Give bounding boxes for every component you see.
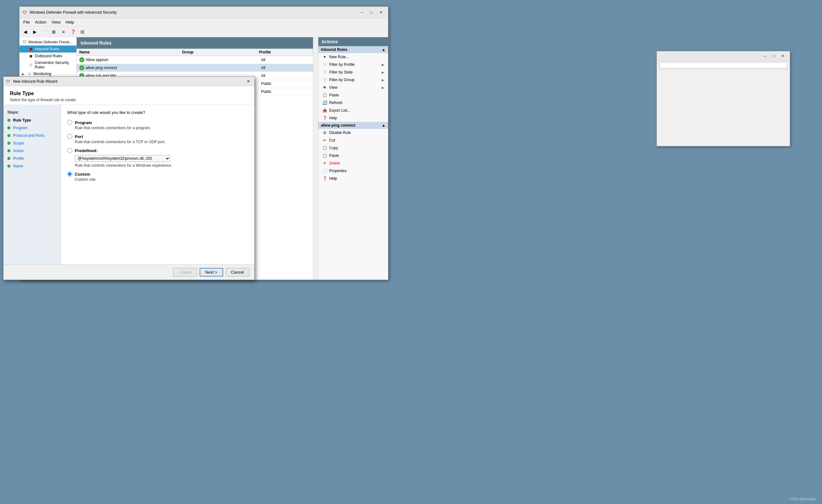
label-custom[interactable]: Custom — [75, 172, 90, 177]
action-cut[interactable]: ✂ Cut — [318, 137, 388, 144]
new-rule-wizard-dialog: 🛡 New Inbound Rule Wizard ✕ Rule Type Se… — [3, 76, 255, 280]
bg-search-input[interactable] — [659, 62, 787, 68]
rule-profile-1: All — [261, 66, 310, 70]
action-help-inbound-label: Help — [329, 116, 337, 120]
tree-outbound-rules[interactable]: ◼ Outbound Rules — [19, 53, 76, 59]
tree-connection-security[interactable]: ⊞ Connection Security Rules — [19, 59, 76, 70]
expand-icon: ▶ — [22, 72, 26, 76]
table-row[interactable]: ✓ Allow appium All — [77, 56, 313, 64]
step-profile[interactable]: Profile — [3, 155, 60, 162]
action-copy[interactable]: 📋 Copy — [318, 144, 388, 152]
radio-predefined[interactable] — [67, 148, 72, 153]
scrollbar[interactable] — [313, 37, 318, 280]
filter-profile-arrow: ▶ — [382, 63, 384, 67]
menu-action[interactable]: Action — [32, 19, 49, 25]
action-filter-profile[interactable]: ▽ Filter by Profile ▶ — [318, 61, 388, 68]
step-dot-scope — [7, 142, 10, 145]
tree-connection-label: Connection Security Rules — [35, 60, 74, 69]
maximize-btn[interactable]: □ — [367, 9, 376, 16]
desc-port: Rule that controls connections for a TCP… — [67, 140, 248, 144]
actions-panel: Actions Inbound Rules ▲ ✦ New Rule... ▽ … — [318, 37, 388, 280]
dialog-close-btn[interactable]: ✕ — [245, 78, 252, 85]
action-delete[interactable]: ✕ Delete — [318, 159, 388, 167]
toolbar-extra-btn[interactable]: ⊟ — [78, 28, 87, 36]
rule-name-1: allow ping connect — [86, 66, 184, 70]
action-refresh[interactable]: 🔄 Refresh — [318, 99, 388, 107]
dialog-header-title: Rule Type — [10, 91, 248, 96]
label-port[interactable]: Port — [75, 134, 83, 139]
inbound-section-arrow: ▲ — [382, 47, 386, 52]
rule-icon-0: ✓ — [79, 57, 84, 62]
step-label-rule-type: Rule Type — [13, 118, 31, 123]
actions-title: Actions — [322, 39, 338, 44]
toolbar-grid-btn[interactable]: ⊞ — [49, 28, 58, 36]
table-row-selected[interactable]: ✓ allow ping connect All — [77, 64, 313, 72]
step-dot-protocol — [7, 134, 10, 137]
step-protocol-ports[interactable]: Protocol and Ports — [3, 132, 60, 139]
cut-icon: ✂ — [322, 138, 327, 143]
watermark: ©SDN @darlingnk — [790, 497, 816, 501]
step-name[interactable]: Name — [3, 162, 60, 170]
action-export[interactable]: 📤 Export List... — [318, 107, 388, 114]
step-scope[interactable]: Scope — [3, 139, 60, 147]
tree-root[interactable]: 🛡 Windows Defender Firewit... — [19, 39, 76, 45]
inbound-section-label: Inbound Rules — [321, 47, 347, 52]
back-button[interactable]: < Back — [173, 268, 197, 277]
step-program[interactable]: Program — [3, 124, 60, 132]
menu-file[interactable]: File — [21, 19, 32, 25]
view-arrow: ▶ — [382, 86, 384, 89]
menu-help[interactable]: Help — [63, 19, 77, 25]
action-filter-state[interactable]: ▽ Filter by State ▶ — [318, 68, 388, 76]
label-predefined[interactable]: Predefined: — [75, 148, 98, 153]
action-disable-rule[interactable]: ⊘ Disable Rule — [318, 129, 388, 137]
action-properties[interactable]: 📄 Properties — [318, 167, 388, 175]
radio-row-predefined: Predefined: — [67, 148, 248, 153]
step-label-profile: Profile — [13, 156, 24, 161]
action-view-label: View — [329, 85, 338, 90]
help-rule-icon: ❓ — [322, 176, 327, 181]
step-action[interactable]: Action — [3, 147, 60, 155]
action-view[interactable]: 👁 View ▶ — [318, 84, 388, 91]
step-rule-type[interactable]: Rule Type — [3, 116, 60, 124]
label-program[interactable]: Program — [75, 120, 92, 125]
radio-custom[interactable] — [67, 171, 72, 177]
action-new-rule[interactable]: ✦ New Rule... — [318, 53, 388, 61]
menu-view[interactable]: View — [49, 19, 63, 25]
filter-state-arrow: ▶ — [382, 71, 384, 74]
tree-inbound-label: Inbound Rules — [35, 47, 59, 51]
toolbar-doc-btn[interactable]: 📄 — [40, 28, 49, 36]
dialog-title: New Inbound Rule Wizard — [13, 79, 245, 84]
minimize-btn[interactable]: ─ — [358, 9, 366, 16]
rule-section-arrow: ▲ — [382, 123, 386, 128]
root-icon: 🛡 — [22, 39, 27, 45]
inbound-rules-section[interactable]: Inbound Rules ▲ — [318, 46, 388, 53]
tree-inbound-rules[interactable]: ◼ Inbound Rules — [19, 45, 76, 53]
action-help-rule[interactable]: ❓ Help — [318, 175, 388, 182]
action-export-label: Export List... — [329, 108, 351, 113]
action-help-inbound[interactable]: ❓ Help — [318, 114, 388, 122]
toolbar-help-btn[interactable]: ❓ — [68, 28, 77, 36]
view-icon: 👁 — [322, 85, 327, 90]
bg-close-btn[interactable]: ✕ — [778, 52, 787, 60]
action-filter-group-label: Filter by Group — [329, 78, 354, 82]
next-button[interactable]: Next > — [199, 268, 223, 277]
app-icon: 🛡 — [22, 10, 28, 15]
bg-search-area — [657, 61, 790, 70]
close-btn[interactable]: ✕ — [377, 9, 386, 16]
toolbar-back-btn[interactable]: ◀ — [21, 28, 30, 36]
cancel-button[interactable]: Cancel — [226, 268, 249, 277]
option-custom: Custom Custom rule. — [67, 171, 248, 182]
export-icon: 📤 — [322, 108, 327, 113]
action-paste-rule[interactable]: 📋 Paste — [318, 152, 388, 159]
bg-minimize-btn[interactable]: ─ — [761, 52, 770, 60]
tree-outbound-label: Outbound Rules — [35, 54, 62, 58]
bg-maximize-btn[interactable]: □ — [770, 52, 778, 60]
predefined-select[interactable]: @%systemroot%\system32\provsvc.dll,-202 — [75, 155, 170, 162]
action-filter-group[interactable]: ▽ Filter by Group ▶ — [318, 76, 388, 84]
toolbar-forward-btn[interactable]: ▶ — [30, 28, 39, 36]
radio-port[interactable] — [67, 134, 72, 139]
action-paste[interactable]: 📋 Paste — [318, 91, 388, 99]
radio-program[interactable] — [67, 120, 72, 125]
toolbar-list-btn[interactable]: ≡ — [59, 28, 68, 36]
rule-section[interactable]: allow ping connect ▲ — [318, 122, 388, 129]
